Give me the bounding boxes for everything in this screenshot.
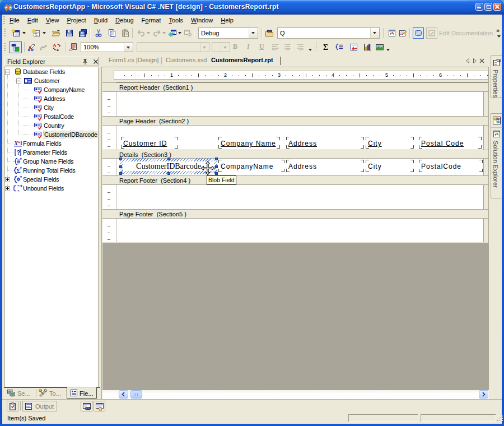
new-project-button[interactable] <box>11 29 20 38</box>
tree-item-companyname[interactable]: CompanyName <box>44 86 85 93</box>
select-expert-button[interactable] <box>27 43 36 52</box>
side-tab-properties[interactable]: Properties <box>491 55 502 98</box>
menu-item-file[interactable]: File <box>6 15 24 25</box>
tree-collapse-icon[interactable] <box>16 78 21 84</box>
tree-collapse-icon[interactable] <box>5 70 10 75</box>
tree-item-customeridbarcode[interactable]: CustomerIDBarcode <box>44 131 98 138</box>
menu-item-window[interactable]: Window <box>187 15 217 25</box>
selection-handle[interactable] <box>167 158 170 160</box>
tree-item-unbound fields[interactable]: Unbound Fields <box>23 185 64 192</box>
document-tab-1[interactable]: Form1.cs [Design] <box>109 57 158 63</box>
menu-item-build[interactable]: Build <box>90 15 111 25</box>
panel-close-icon[interactable] <box>92 58 99 65</box>
open-file-button[interactable] <box>52 29 60 38</box>
pin-icon[interactable] <box>82 58 88 65</box>
autohide-tab-task-list[interactable] <box>7 401 18 411</box>
menu-item-help[interactable]: Help <box>217 15 237 25</box>
title-bar[interactable]: CustomersReportApp - Microsoft Visual C#… <box>0 0 504 15</box>
find-combo[interactable]: Q <box>277 27 380 39</box>
resize-grip[interactable] <box>497 415 504 422</box>
toggle-field-view-button[interactable] <box>9 41 22 53</box>
tree-item-special fields[interactable]: Special Fields <box>23 176 59 183</box>
autohide-tab-find-results[interactable] <box>81 401 92 411</box>
combo-dropdown-icon[interactable] <box>370 28 379 38</box>
toolbar2-grip[interactable] <box>4 43 6 52</box>
comment-button[interactable] <box>413 27 424 39</box>
paste-button[interactable] <box>121 29 130 38</box>
menu-item-view[interactable]: View <box>42 15 63 25</box>
insert-summary-button[interactable]: Σ <box>321 43 330 52</box>
menu-grip[interactable] <box>3 16 5 24</box>
combo-dropdown-icon[interactable] <box>124 43 133 52</box>
navigate-backward-button[interactable] <box>168 29 177 38</box>
report-field-header-postal-code[interactable]: Postal Code <box>419 137 481 148</box>
toolbar-overflow-chevron[interactable]: » <box>496 27 498 34</box>
undo-dropdown[interactable] <box>147 32 150 34</box>
report-field-header-company-name[interactable]: Company Name <box>219 137 279 148</box>
properties-window-button[interactable] <box>398 29 407 38</box>
section-band-report-header[interactable]: Report Header (Section1 ) <box>102 82 488 92</box>
report-field-detail-postalcode[interactable]: PostalCode <box>419 160 482 172</box>
menu-item-edit[interactable]: Edit <box>24 15 42 25</box>
report-field-detail-companyname[interactable]: CompanyName <box>219 160 284 172</box>
tree-item-parameter fields[interactable]: Parameter Fields <box>23 149 67 156</box>
menu-item-format[interactable]: Format <box>138 15 165 25</box>
cut-button[interactable] <box>94 29 103 38</box>
maximize-button[interactable] <box>484 3 492 11</box>
section-band-page-header[interactable]: Page Header (Section2 ) <box>102 116 488 126</box>
field-explorer-titlebar[interactable]: Field Explorer <box>4 57 99 66</box>
menu-item-tools[interactable]: Tools <box>165 15 187 25</box>
tree-item-running total fields[interactable]: Running Total Fields <box>23 167 75 174</box>
horizontal-scrollbar[interactable] <box>102 390 489 399</box>
solution-explorer-button[interactable] <box>388 29 396 38</box>
add-new-item-dropdown[interactable] <box>43 32 46 34</box>
selection-handle[interactable] <box>215 172 218 175</box>
autohide-tab-output[interactable]: Output <box>22 401 57 411</box>
copy-button[interactable] <box>108 29 116 38</box>
section-band-page-footer[interactable]: Page Footer (Section5 ) <box>102 209 488 219</box>
report-field-header-city[interactable]: City <box>366 137 413 148</box>
dock-tab-toolbox[interactable]: To... <box>39 388 66 399</box>
report-field-detail-address[interactable]: Address <box>287 160 363 172</box>
add-new-item-button[interactable] <box>31 29 40 38</box>
close-button[interactable] <box>493 3 501 11</box>
side-tab-solution-explorer[interactable]: Solution Explorer <box>491 113 502 198</box>
dock-tab-field-explorer[interactable]: Fie... <box>67 387 97 399</box>
minimize-button[interactable] <box>475 3 483 11</box>
tree-item-database fields[interactable]: Database Fields <box>23 68 65 75</box>
document-tab-3[interactable]: CustomersReport.rpt <box>211 57 273 63</box>
toolbar1-grip[interactable] <box>4 29 6 38</box>
tab-scroll-right-icon[interactable] <box>473 58 477 63</box>
selection-handle[interactable] <box>167 172 170 175</box>
save-all-button[interactable] <box>78 29 87 38</box>
tree-expand-icon[interactable] <box>5 186 10 191</box>
insert-subreport-button[interactable] <box>349 43 358 52</box>
save-button[interactable] <box>65 29 74 38</box>
insert-group-button[interactable] <box>335 43 344 52</box>
tree-item-customer[interactable]: Customer <box>34 77 59 84</box>
section-band-report-footer[interactable]: Report Footer (Section4 ) <box>102 175 488 185</box>
align-dropdown[interactable] <box>309 49 312 51</box>
document-tab-2[interactable]: Customers.xsd <box>166 57 207 63</box>
toolbar-overflow-dropdown[interactable] <box>497 35 501 38</box>
combo-dropdown-icon[interactable] <box>249 28 258 38</box>
scroll-right-button[interactable] <box>479 390 488 399</box>
scroll-thumb[interactable] <box>130 390 142 399</box>
section-band-details[interactable]: Details (Section3 ) <box>102 150 488 159</box>
selection-handle[interactable] <box>119 172 122 175</box>
format-report-button[interactable] <box>68 43 77 52</box>
dock-tab-server-explorer[interactable]: Se... <box>7 388 35 399</box>
report-field-header-address[interactable]: Address <box>287 137 363 148</box>
insert-dropdown[interactable] <box>386 49 390 51</box>
tree-item-country[interactable]: Country <box>44 122 64 129</box>
navigate-backward-dropdown[interactable] <box>178 32 181 34</box>
tab-scroll-left-icon[interactable] <box>465 58 470 63</box>
scroll-left-button[interactable] <box>119 390 128 399</box>
zoom-combo[interactable]: 100% <box>81 42 133 52</box>
report-field-header-customer-id[interactable]: Customer ID <box>122 137 178 148</box>
find-in-files-button[interactable] <box>265 29 274 38</box>
selection-handle[interactable] <box>119 158 122 160</box>
tree-item-group name fields[interactable]: Group Name Fields <box>23 158 73 165</box>
insert-chart-button[interactable] <box>363 43 372 52</box>
new-project-dropdown[interactable] <box>22 32 26 34</box>
